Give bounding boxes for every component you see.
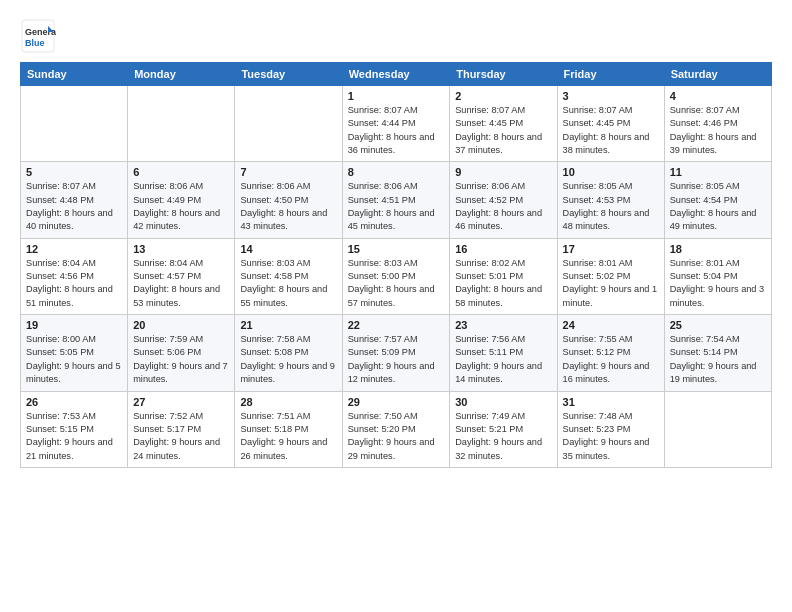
- day-info: Sunrise: 7:48 AM Sunset: 5:23 PM Dayligh…: [563, 410, 659, 463]
- day-cell: 18Sunrise: 8:01 AM Sunset: 5:04 PM Dayli…: [664, 238, 771, 314]
- day-info: Sunrise: 8:00 AM Sunset: 5:05 PM Dayligh…: [26, 333, 122, 386]
- day-info: Sunrise: 8:01 AM Sunset: 5:04 PM Dayligh…: [670, 257, 766, 310]
- day-info: Sunrise: 8:06 AM Sunset: 4:50 PM Dayligh…: [240, 180, 336, 233]
- day-cell: 15Sunrise: 8:03 AM Sunset: 5:00 PM Dayli…: [342, 238, 450, 314]
- weekday-header-wednesday: Wednesday: [342, 63, 450, 86]
- day-cell: 11Sunrise: 8:05 AM Sunset: 4:54 PM Dayli…: [664, 162, 771, 238]
- day-number: 17: [563, 243, 659, 255]
- day-number: 9: [455, 166, 551, 178]
- day-cell: 21Sunrise: 7:58 AM Sunset: 5:08 PM Dayli…: [235, 315, 342, 391]
- day-info: Sunrise: 8:06 AM Sunset: 4:49 PM Dayligh…: [133, 180, 229, 233]
- weekday-header-row: SundayMondayTuesdayWednesdayThursdayFrid…: [21, 63, 772, 86]
- day-info: Sunrise: 8:04 AM Sunset: 4:56 PM Dayligh…: [26, 257, 122, 310]
- day-info: Sunrise: 8:01 AM Sunset: 5:02 PM Dayligh…: [563, 257, 659, 310]
- calendar: SundayMondayTuesdayWednesdayThursdayFrid…: [20, 62, 772, 468]
- day-info: Sunrise: 8:05 AM Sunset: 4:54 PM Dayligh…: [670, 180, 766, 233]
- day-number: 26: [26, 396, 122, 408]
- weekday-header-saturday: Saturday: [664, 63, 771, 86]
- day-number: 11: [670, 166, 766, 178]
- day-number: 23: [455, 319, 551, 331]
- day-number: 18: [670, 243, 766, 255]
- day-cell: 29Sunrise: 7:50 AM Sunset: 5:20 PM Dayli…: [342, 391, 450, 467]
- day-info: Sunrise: 8:06 AM Sunset: 4:51 PM Dayligh…: [348, 180, 445, 233]
- day-cell: 8Sunrise: 8:06 AM Sunset: 4:51 PM Daylig…: [342, 162, 450, 238]
- day-number: 4: [670, 90, 766, 102]
- day-cell: 20Sunrise: 7:59 AM Sunset: 5:06 PM Dayli…: [128, 315, 235, 391]
- day-info: Sunrise: 8:05 AM Sunset: 4:53 PM Dayligh…: [563, 180, 659, 233]
- weekday-header-friday: Friday: [557, 63, 664, 86]
- day-number: 2: [455, 90, 551, 102]
- day-cell: 24Sunrise: 7:55 AM Sunset: 5:12 PM Dayli…: [557, 315, 664, 391]
- day-cell: 19Sunrise: 8:00 AM Sunset: 5:05 PM Dayli…: [21, 315, 128, 391]
- day-info: Sunrise: 7:58 AM Sunset: 5:08 PM Dayligh…: [240, 333, 336, 386]
- day-info: Sunrise: 8:07 AM Sunset: 4:44 PM Dayligh…: [348, 104, 445, 157]
- day-info: Sunrise: 8:07 AM Sunset: 4:45 PM Dayligh…: [455, 104, 551, 157]
- day-info: Sunrise: 8:03 AM Sunset: 5:00 PM Dayligh…: [348, 257, 445, 310]
- day-cell: 4Sunrise: 8:07 AM Sunset: 4:46 PM Daylig…: [664, 86, 771, 162]
- day-cell: 3Sunrise: 8:07 AM Sunset: 4:45 PM Daylig…: [557, 86, 664, 162]
- day-cell: 25Sunrise: 7:54 AM Sunset: 5:14 PM Dayli…: [664, 315, 771, 391]
- day-cell: 9Sunrise: 8:06 AM Sunset: 4:52 PM Daylig…: [450, 162, 557, 238]
- day-cell: 30Sunrise: 7:49 AM Sunset: 5:21 PM Dayli…: [450, 391, 557, 467]
- day-number: 5: [26, 166, 122, 178]
- week-row-3: 12Sunrise: 8:04 AM Sunset: 4:56 PM Dayli…: [21, 238, 772, 314]
- week-row-2: 5Sunrise: 8:07 AM Sunset: 4:48 PM Daylig…: [21, 162, 772, 238]
- page: General Blue SundayMondayTuesdayWednesda…: [0, 0, 792, 478]
- day-info: Sunrise: 7:53 AM Sunset: 5:15 PM Dayligh…: [26, 410, 122, 463]
- day-cell: 23Sunrise: 7:56 AM Sunset: 5:11 PM Dayli…: [450, 315, 557, 391]
- day-info: Sunrise: 7:55 AM Sunset: 5:12 PM Dayligh…: [563, 333, 659, 386]
- day-info: Sunrise: 7:49 AM Sunset: 5:21 PM Dayligh…: [455, 410, 551, 463]
- day-cell: 10Sunrise: 8:05 AM Sunset: 4:53 PM Dayli…: [557, 162, 664, 238]
- day-number: 3: [563, 90, 659, 102]
- day-info: Sunrise: 7:51 AM Sunset: 5:18 PM Dayligh…: [240, 410, 336, 463]
- day-number: 15: [348, 243, 445, 255]
- day-cell: 22Sunrise: 7:57 AM Sunset: 5:09 PM Dayli…: [342, 315, 450, 391]
- day-cell: 31Sunrise: 7:48 AM Sunset: 5:23 PM Dayli…: [557, 391, 664, 467]
- day-cell: [21, 86, 128, 162]
- day-number: 21: [240, 319, 336, 331]
- day-cell: 5Sunrise: 8:07 AM Sunset: 4:48 PM Daylig…: [21, 162, 128, 238]
- day-cell: 16Sunrise: 8:02 AM Sunset: 5:01 PM Dayli…: [450, 238, 557, 314]
- day-info: Sunrise: 8:07 AM Sunset: 4:46 PM Dayligh…: [670, 104, 766, 157]
- day-info: Sunrise: 7:52 AM Sunset: 5:17 PM Dayligh…: [133, 410, 229, 463]
- weekday-header-sunday: Sunday: [21, 63, 128, 86]
- day-number: 27: [133, 396, 229, 408]
- day-number: 12: [26, 243, 122, 255]
- day-number: 20: [133, 319, 229, 331]
- day-cell: [664, 391, 771, 467]
- day-cell: 17Sunrise: 8:01 AM Sunset: 5:02 PM Dayli…: [557, 238, 664, 314]
- day-cell: 13Sunrise: 8:04 AM Sunset: 4:57 PM Dayli…: [128, 238, 235, 314]
- day-number: 16: [455, 243, 551, 255]
- day-cell: 27Sunrise: 7:52 AM Sunset: 5:17 PM Dayli…: [128, 391, 235, 467]
- day-info: Sunrise: 8:07 AM Sunset: 4:45 PM Dayligh…: [563, 104, 659, 157]
- logo: General Blue: [20, 18, 60, 54]
- day-cell: 1Sunrise: 8:07 AM Sunset: 4:44 PM Daylig…: [342, 86, 450, 162]
- week-row-4: 19Sunrise: 8:00 AM Sunset: 5:05 PM Dayli…: [21, 315, 772, 391]
- day-cell: 26Sunrise: 7:53 AM Sunset: 5:15 PM Dayli…: [21, 391, 128, 467]
- day-number: 1: [348, 90, 445, 102]
- logo-icon: General Blue: [20, 18, 56, 54]
- day-number: 25: [670, 319, 766, 331]
- week-row-5: 26Sunrise: 7:53 AM Sunset: 5:15 PM Dayli…: [21, 391, 772, 467]
- day-info: Sunrise: 8:03 AM Sunset: 4:58 PM Dayligh…: [240, 257, 336, 310]
- svg-text:Blue: Blue: [25, 38, 45, 48]
- day-info: Sunrise: 7:54 AM Sunset: 5:14 PM Dayligh…: [670, 333, 766, 386]
- day-cell: [128, 86, 235, 162]
- day-info: Sunrise: 8:04 AM Sunset: 4:57 PM Dayligh…: [133, 257, 229, 310]
- day-number: 22: [348, 319, 445, 331]
- day-cell: 6Sunrise: 8:06 AM Sunset: 4:49 PM Daylig…: [128, 162, 235, 238]
- day-info: Sunrise: 7:59 AM Sunset: 5:06 PM Dayligh…: [133, 333, 229, 386]
- day-number: 7: [240, 166, 336, 178]
- week-row-1: 1Sunrise: 8:07 AM Sunset: 4:44 PM Daylig…: [21, 86, 772, 162]
- day-info: Sunrise: 7:56 AM Sunset: 5:11 PM Dayligh…: [455, 333, 551, 386]
- day-info: Sunrise: 8:07 AM Sunset: 4:48 PM Dayligh…: [26, 180, 122, 233]
- weekday-header-thursday: Thursday: [450, 63, 557, 86]
- day-number: 8: [348, 166, 445, 178]
- day-number: 13: [133, 243, 229, 255]
- day-cell: 14Sunrise: 8:03 AM Sunset: 4:58 PM Dayli…: [235, 238, 342, 314]
- weekday-header-tuesday: Tuesday: [235, 63, 342, 86]
- day-info: Sunrise: 8:02 AM Sunset: 5:01 PM Dayligh…: [455, 257, 551, 310]
- day-number: 31: [563, 396, 659, 408]
- day-number: 10: [563, 166, 659, 178]
- day-number: 28: [240, 396, 336, 408]
